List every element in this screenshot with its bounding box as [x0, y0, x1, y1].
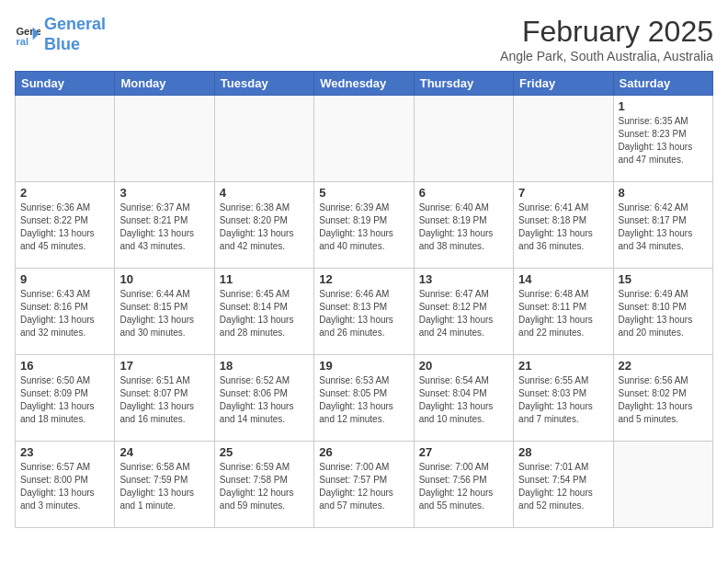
day-info: Sunrise: 6:57 AM Sunset: 8:00 PM Dayligh… [20, 461, 109, 512]
day-number: 7 [518, 186, 608, 200]
table-cell: 26Sunrise: 7:00 AM Sunset: 7:57 PM Dayli… [314, 442, 414, 528]
day-number: 5 [319, 186, 408, 200]
day-number: 21 [518, 359, 608, 373]
day-number: 2 [20, 186, 109, 200]
day-number: 16 [20, 359, 109, 373]
table-cell: 25Sunrise: 6:59 AM Sunset: 7:58 PM Dayli… [214, 442, 313, 528]
day-number: 22 [619, 359, 708, 373]
day-number: 17 [119, 359, 209, 373]
table-cell: 12Sunrise: 6:46 AM Sunset: 8:13 PM Dayli… [314, 269, 414, 355]
day-info: Sunrise: 7:01 AM Sunset: 7:54 PM Dayligh… [518, 461, 608, 512]
day-info: Sunrise: 6:59 AM Sunset: 7:58 PM Dayligh… [220, 461, 309, 512]
day-number: 1 [619, 99, 708, 113]
day-info: Sunrise: 6:40 AM Sunset: 8:19 PM Dayligh… [419, 201, 508, 253]
table-cell [414, 96, 513, 182]
table-cell: 24Sunrise: 6:58 AM Sunset: 7:59 PM Dayli… [115, 442, 214, 528]
day-info: Sunrise: 6:44 AM Sunset: 8:15 PM Dayligh… [119, 288, 209, 339]
day-info: Sunrise: 6:35 AM Sunset: 8:23 PM Dayligh… [619, 115, 708, 167]
day-number: 26 [319, 445, 408, 459]
day-info: Sunrise: 6:45 AM Sunset: 8:14 PM Dayligh… [220, 288, 309, 339]
location-title: Angle Park, South Australia, Australia [500, 49, 713, 63]
col-thursday: Thursday [414, 72, 513, 96]
week-row-1: 1Sunrise: 6:35 AM Sunset: 8:23 PM Daylig… [16, 96, 713, 182]
table-cell: 16Sunrise: 6:50 AM Sunset: 8:09 PM Dayli… [16, 355, 115, 442]
table-cell: 10Sunrise: 6:44 AM Sunset: 8:15 PM Dayli… [115, 269, 214, 355]
table-cell: 3Sunrise: 6:37 AM Sunset: 8:21 PM Daylig… [115, 182, 214, 269]
table-cell: 6Sunrise: 6:40 AM Sunset: 8:19 PM Daylig… [414, 182, 513, 269]
title-section: February 2025 Angle Park, South Australi… [500, 15, 713, 63]
col-tuesday: Tuesday [214, 72, 313, 96]
table-cell: 11Sunrise: 6:45 AM Sunset: 8:14 PM Dayli… [214, 269, 313, 355]
table-cell: 20Sunrise: 6:54 AM Sunset: 8:04 PM Dayli… [414, 355, 513, 442]
col-wednesday: Wednesday [314, 72, 414, 96]
logo-text: General Blue [44, 15, 106, 54]
table-cell [16, 96, 115, 182]
table-cell: 22Sunrise: 6:56 AM Sunset: 8:02 PM Dayli… [613, 355, 712, 442]
table-cell: 21Sunrise: 6:55 AM Sunset: 8:03 PM Dayli… [514, 355, 613, 442]
table-cell [115, 96, 214, 182]
day-number: 4 [220, 186, 309, 200]
day-info: Sunrise: 6:49 AM Sunset: 8:10 PM Dayligh… [619, 288, 708, 339]
logo-line1: General [44, 15, 106, 33]
day-number: 15 [619, 272, 708, 286]
day-number: 18 [220, 359, 309, 373]
table-cell: 17Sunrise: 6:51 AM Sunset: 8:07 PM Dayli… [115, 355, 214, 442]
table-cell: 1Sunrise: 6:35 AM Sunset: 8:23 PM Daylig… [613, 96, 712, 182]
day-info: Sunrise: 6:42 AM Sunset: 8:17 PM Dayligh… [619, 201, 708, 253]
day-info: Sunrise: 6:47 AM Sunset: 8:12 PM Dayligh… [419, 288, 508, 339]
day-number: 23 [20, 445, 109, 459]
day-info: Sunrise: 6:54 AM Sunset: 8:04 PM Dayligh… [419, 374, 508, 426]
day-number: 25 [220, 445, 309, 459]
table-cell: 5Sunrise: 6:39 AM Sunset: 8:19 PM Daylig… [314, 182, 414, 269]
table-cell: 23Sunrise: 6:57 AM Sunset: 8:00 PM Dayli… [16, 442, 115, 528]
day-number: 20 [419, 359, 508, 373]
logo-line2: Blue [44, 35, 80, 53]
day-info: Sunrise: 6:39 AM Sunset: 8:19 PM Dayligh… [319, 201, 408, 253]
day-number: 6 [419, 186, 508, 200]
day-info: Sunrise: 6:55 AM Sunset: 8:03 PM Dayligh… [518, 374, 608, 426]
day-number: 24 [119, 445, 209, 459]
svg-text:ral: ral [16, 36, 28, 47]
col-friday: Friday [514, 72, 613, 96]
day-info: Sunrise: 6:41 AM Sunset: 8:18 PM Dayligh… [518, 201, 608, 253]
table-cell: 8Sunrise: 6:42 AM Sunset: 8:17 PM Daylig… [613, 182, 712, 269]
col-sunday: Sunday [16, 72, 115, 96]
table-cell: 14Sunrise: 6:48 AM Sunset: 8:11 PM Dayli… [514, 269, 613, 355]
day-info: Sunrise: 6:51 AM Sunset: 8:07 PM Dayligh… [119, 374, 209, 426]
day-number: 13 [419, 272, 508, 286]
day-info: Sunrise: 7:00 AM Sunset: 7:57 PM Dayligh… [319, 461, 408, 512]
table-cell [514, 96, 613, 182]
week-row-4: 16Sunrise: 6:50 AM Sunset: 8:09 PM Dayli… [16, 355, 713, 442]
day-info: Sunrise: 6:36 AM Sunset: 8:22 PM Dayligh… [20, 201, 109, 253]
table-cell [314, 96, 414, 182]
day-info: Sunrise: 6:48 AM Sunset: 8:11 PM Dayligh… [518, 288, 608, 339]
table-cell: 19Sunrise: 6:53 AM Sunset: 8:05 PM Dayli… [314, 355, 414, 442]
page-header: Gene ral General Blue February 2025 Angl… [15, 15, 713, 63]
day-number: 14 [518, 272, 608, 286]
table-cell: 15Sunrise: 6:49 AM Sunset: 8:10 PM Dayli… [613, 269, 712, 355]
day-number: 19 [319, 359, 408, 373]
table-cell: 28Sunrise: 7:01 AM Sunset: 7:54 PM Dayli… [514, 442, 613, 528]
day-number: 10 [119, 272, 209, 286]
week-row-2: 2Sunrise: 6:36 AM Sunset: 8:22 PM Daylig… [16, 182, 713, 269]
day-number: 9 [20, 272, 109, 286]
table-cell: 9Sunrise: 6:43 AM Sunset: 8:16 PM Daylig… [16, 269, 115, 355]
day-info: Sunrise: 6:58 AM Sunset: 7:59 PM Dayligh… [119, 461, 209, 512]
table-cell: 7Sunrise: 6:41 AM Sunset: 8:18 PM Daylig… [514, 182, 613, 269]
day-info: Sunrise: 6:53 AM Sunset: 8:05 PM Dayligh… [319, 374, 408, 426]
day-number: 12 [319, 272, 408, 286]
logo: Gene ral General Blue [15, 15, 106, 54]
table-cell: 2Sunrise: 6:36 AM Sunset: 8:22 PM Daylig… [16, 182, 115, 269]
day-number: 3 [119, 186, 209, 200]
day-number: 28 [518, 445, 608, 459]
day-info: Sunrise: 6:46 AM Sunset: 8:13 PM Dayligh… [319, 288, 408, 339]
col-saturday: Saturday [613, 72, 712, 96]
calendar-header-row: Sunday Monday Tuesday Wednesday Thursday… [16, 72, 713, 96]
day-info: Sunrise: 7:00 AM Sunset: 7:56 PM Dayligh… [419, 461, 508, 512]
week-row-3: 9Sunrise: 6:43 AM Sunset: 8:16 PM Daylig… [16, 269, 713, 355]
day-info: Sunrise: 6:37 AM Sunset: 8:21 PM Dayligh… [119, 201, 209, 253]
table-cell: 18Sunrise: 6:52 AM Sunset: 8:06 PM Dayli… [214, 355, 313, 442]
table-cell [214, 96, 313, 182]
week-row-5: 23Sunrise: 6:57 AM Sunset: 8:00 PM Dayli… [16, 442, 713, 528]
day-info: Sunrise: 6:50 AM Sunset: 8:09 PM Dayligh… [20, 374, 109, 426]
